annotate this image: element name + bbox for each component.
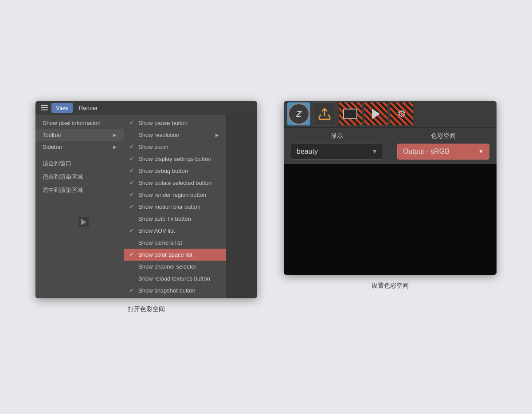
display-dropdown-arrow-icon: ▼ — [372, 148, 377, 155]
primary-item-pixel-info[interactable]: Show pixel information — [35, 117, 124, 129]
submenu-channel-selector[interactable]: Show channel selector — [124, 261, 226, 273]
sidebar-arrow-icon: ▶ — [113, 145, 117, 149]
display-section: 显示 beauty ▼ — [284, 128, 390, 164]
primary-item-fit-render[interactable]: 适合到渲染区域 — [35, 170, 124, 184]
primary-item-sidebar[interactable]: Sidebar ▶ — [35, 141, 124, 153]
submenu-pause-btn[interactable]: Show pause button — [124, 117, 226, 129]
right-panel: Z — [284, 101, 497, 290]
separator-1 — [35, 155, 124, 155]
submenu-reload-textures[interactable]: Show reload textures button — [124, 273, 226, 285]
submenu-snapshot-btn[interactable]: Show snapshot button — [124, 285, 226, 297]
render-menu-item[interactable]: Render — [74, 103, 102, 113]
colorspace-dropdown[interactable]: Output - sRGB ▼ — [397, 144, 489, 160]
settings-stripe-button[interactable]: ⚙ — [390, 102, 413, 125]
toolbar-right: Z — [284, 101, 497, 128]
submenu-aov-list[interactable]: Show AOV list — [124, 225, 226, 237]
hamburger-menu-icon[interactable] — [39, 102, 50, 113]
export-button[interactable] — [313, 102, 336, 125]
gear-stripe-icon: ⚙ — [397, 108, 406, 120]
toolbar-arrow-icon: ▶ — [113, 133, 117, 137]
play-stripe-button[interactable] — [364, 102, 387, 125]
primary-item-center-render[interactable]: 居中到渲染区域 — [35, 184, 124, 197]
render-canvas-right — [284, 164, 497, 275]
submenu-render-region[interactable]: Show render region button — [124, 189, 226, 201]
display-value: beauty — [297, 148, 318, 156]
caption-right: 设置色彩空间 — [372, 282, 409, 290]
view-menu-item[interactable]: View — [51, 103, 73, 113]
screen-icon — [343, 109, 357, 119]
menu-bar: View Render — [35, 101, 257, 115]
display-label: 显示 — [291, 132, 383, 140]
main-container: View Render Show pixel information Toolb… — [35, 101, 497, 313]
primary-item-toolbar[interactable]: Toolbar ▶ — [35, 129, 124, 141]
primary-dropdown: Show pixel information Toolbar ▶ Sidebar… — [35, 115, 124, 298]
submenu-isolate-selected[interactable]: Show isolate selected button — [124, 177, 226, 189]
play-button-area — [78, 217, 89, 227]
play-stripe-icon — [372, 109, 380, 119]
submenu-debug-btn[interactable]: Show debug button — [124, 165, 226, 177]
caption-left: 打开色彩空间 — [128, 305, 165, 313]
colorspace-value: Output - sRGB — [403, 148, 450, 156]
window-left: View Render Show pixel information Toolb… — [35, 101, 257, 298]
colorspace-area: 显示 beauty ▼ 色彩空间 Output - sRGB ▼ — [284, 128, 497, 164]
submenu-auto-tx[interactable]: Show auto Tx button — [124, 213, 226, 225]
submenu-camera-list[interactable]: Show camera list — [124, 237, 226, 249]
resolution-arrow-icon: ▶ — [215, 133, 219, 137]
primary-item-fit-window[interactable]: 适合到窗口 — [35, 157, 124, 170]
colorspace-dropdown-arrow-icon: ▼ — [478, 148, 484, 155]
submenu-zoom[interactable]: Show zoom — [124, 141, 226, 153]
colorspace-section: 色彩空间 Output - sRGB ▼ — [390, 128, 497, 164]
dropdown-area: Show pixel information Toolbar ▶ Sidebar… — [35, 115, 257, 298]
box-export-icon — [317, 107, 332, 121]
render-region-button[interactable] — [339, 102, 362, 125]
submenu-resolution[interactable]: Show resolution ▶ — [124, 129, 226, 141]
submenu-color-space-list[interactable]: Show color space list — [124, 249, 226, 261]
secondary-dropdown: Show pause button Show resolution ▶ Show… — [124, 115, 226, 298]
z-logo-button[interactable]: Z — [287, 102, 310, 125]
left-panel: View Render Show pixel information Toolb… — [35, 101, 257, 313]
submenu-display-settings[interactable]: Show display settings button — [124, 153, 226, 165]
submenu-motion-blur[interactable]: Show motion blur button — [124, 201, 226, 213]
z-icon: Z — [288, 103, 310, 125]
colorspace-label: 色彩空间 — [397, 132, 489, 140]
display-dropdown[interactable]: beauty ▼ — [291, 144, 383, 160]
window-right: Z — [284, 101, 497, 275]
play-icon — [81, 219, 86, 225]
